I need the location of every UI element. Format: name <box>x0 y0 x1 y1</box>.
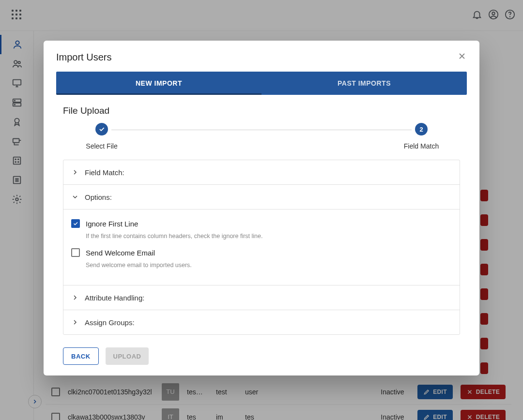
panel-assign-groups: Assign Groups: <box>63 310 460 334</box>
check-icon <box>73 221 78 226</box>
panel-title: Attribute Handling: <box>85 294 144 302</box>
section-title: File Upload <box>44 95 479 121</box>
panel-head-options[interactable]: Options: <box>63 185 460 209</box>
panel-options: Options: Ignore First Line If the first … <box>63 184 460 285</box>
tab-bar: NEW IMPORT PAST IMPORTS <box>56 72 467 95</box>
step-connector <box>111 130 412 130</box>
modal-footer: BACK UPLOAD <box>44 335 479 365</box>
send-welcome-checkbox[interactable] <box>71 248 80 257</box>
tab-past-imports[interactable]: PAST IMPORTS <box>262 72 467 95</box>
stepper: Select File 2 Field Match <box>44 121 479 154</box>
close-icon <box>457 51 467 61</box>
option-help-text: If the first line contains column header… <box>71 230 452 246</box>
option-send-welcome-email: Send Welcome Email <box>71 246 452 259</box>
option-help-text: Send welcome email to imported users. <box>71 259 452 275</box>
panel-head-attribute-handling[interactable]: Attribute Handling: <box>63 285 460 310</box>
chevron-down-icon <box>71 193 79 201</box>
panel-head-assign-groups[interactable]: Assign Groups: <box>63 310 460 334</box>
ignore-first-line-checkbox[interactable] <box>71 219 80 228</box>
panel-attribute-handling: Attribute Handling: <box>63 285 460 310</box>
panel-title: Options: <box>85 193 112 201</box>
panel-head-field-match[interactable]: Field Match: <box>63 160 460 184</box>
tab-new-import[interactable]: NEW IMPORT <box>56 72 262 95</box>
back-button[interactable]: BACK <box>63 347 99 365</box>
panel-field-match: Field Match: <box>63 160 460 184</box>
import-users-modal: Import Users NEW IMPORT PAST IMPORTS Fil… <box>44 41 479 375</box>
modal-close-button[interactable] <box>457 51 467 63</box>
check-icon <box>98 126 105 133</box>
step-circle-complete <box>95 123 108 135</box>
chevron-right-icon <box>71 294 79 301</box>
panel-title: Assign Groups: <box>85 318 135 327</box>
option-label: Send Welcome Email <box>86 249 155 257</box>
step-label: Field Match <box>404 142 439 150</box>
panel-title: Field Match: <box>85 168 124 177</box>
chevron-right-icon <box>71 168 79 176</box>
step-select-file: Select File <box>63 123 140 150</box>
upload-button: UPLOAD <box>106 347 149 365</box>
options-panels: Field Match: Options: Ignore First Line … <box>63 160 460 335</box>
step-field-match: 2 Field Match <box>383 123 460 150</box>
option-ignore-first-line: Ignore First Line <box>71 217 452 230</box>
modal-title: Import Users <box>56 52 111 63</box>
step-label: Select File <box>86 142 117 150</box>
step-circle-number: 2 <box>415 123 428 135</box>
chevron-right-icon <box>71 318 79 326</box>
panel-body-options: Ignore First Line If the first line cont… <box>63 209 460 285</box>
option-label: Ignore First Line <box>86 220 138 228</box>
